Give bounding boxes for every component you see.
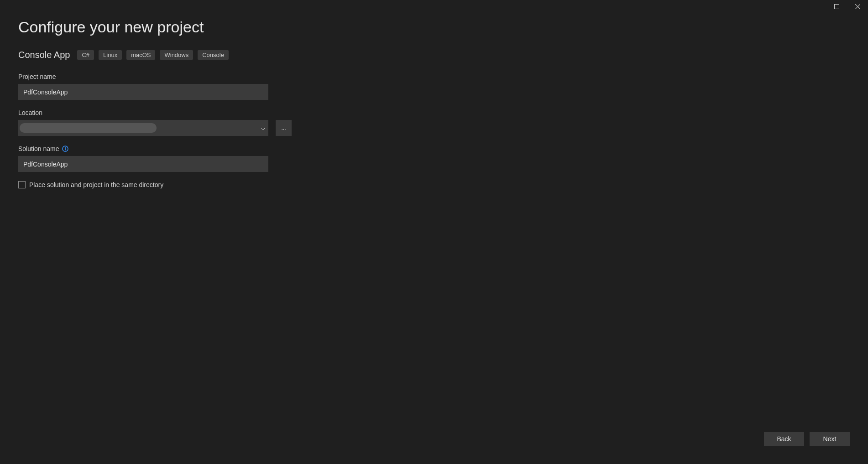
svg-rect-0 (834, 5, 839, 9)
info-icon[interactable] (62, 146, 68, 152)
tag-csharp: C# (77, 50, 94, 60)
solution-name-label-row: Solution name (18, 145, 850, 152)
close-button[interactable] (847, 0, 868, 14)
dialog-content: Configure your new project Console App C… (0, 0, 868, 188)
project-name-group: Project name (18, 73, 850, 100)
location-combo (18, 120, 268, 136)
location-label: Location (18, 109, 850, 116)
maximize-icon (834, 3, 839, 11)
next-button[interactable]: Next (810, 432, 850, 446)
project-name-input[interactable] (18, 84, 268, 100)
location-input[interactable] (18, 120, 268, 136)
solution-name-group: Solution name (18, 145, 850, 172)
same-directory-row: Place solution and project in the same d… (18, 181, 850, 188)
svg-point-4 (65, 147, 66, 148)
back-button[interactable]: Back (764, 432, 804, 446)
project-name-label: Project name (18, 73, 850, 80)
tag-macos: macOS (126, 50, 155, 60)
maximize-button[interactable] (826, 0, 847, 14)
template-header-row: Console App C# Linux macOS Windows Conso… (18, 50, 850, 60)
page-title: Configure your new project (18, 18, 850, 36)
tag-linux: Linux (99, 50, 122, 60)
template-name: Console App (18, 50, 70, 60)
tag-console: Console (198, 50, 229, 60)
close-icon (855, 3, 860, 11)
browse-location-button[interactable]: ... (276, 120, 292, 136)
template-tags: C# Linux macOS Windows Console (77, 50, 229, 60)
footer-buttons: Back Next (764, 432, 850, 446)
solution-name-label: Solution name (18, 145, 59, 152)
solution-name-input[interactable] (18, 156, 268, 172)
svg-rect-5 (65, 148, 66, 151)
same-directory-label[interactable]: Place solution and project in the same d… (29, 181, 163, 188)
same-directory-checkbox[interactable] (18, 181, 26, 188)
tag-windows: Windows (160, 50, 193, 60)
window-titlebar (826, 0, 868, 14)
location-group: Location ... (18, 109, 850, 136)
